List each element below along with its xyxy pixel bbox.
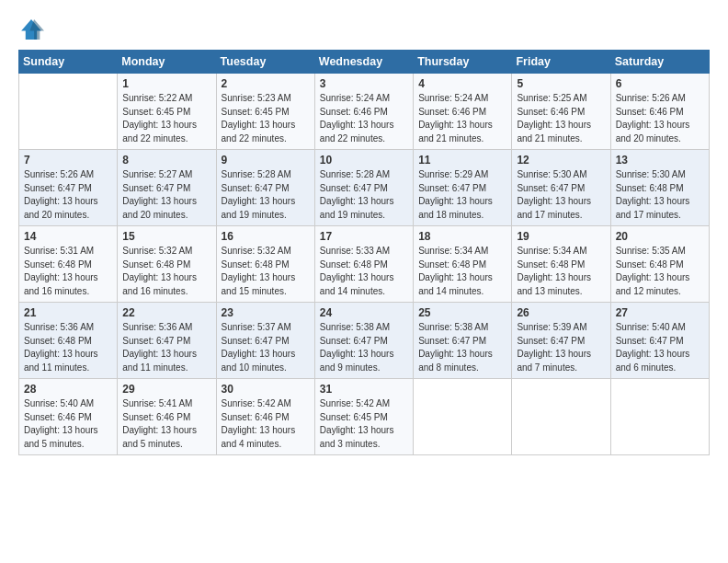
sunrise: Sunrise: 5:35 AM [616, 246, 686, 256]
day-cell: 13 Sunrise: 5:30 AM Sunset: 6:48 PM Dayl… [610, 150, 709, 226]
day-cell: 4 Sunrise: 5:24 AM Sunset: 6:46 PM Dayli… [414, 74, 512, 150]
sunset: Sunset: 6:46 PM [418, 107, 486, 117]
col-header-friday: Friday [512, 51, 610, 74]
sunset: Sunset: 6:47 PM [418, 336, 486, 346]
sunset: Sunset: 6:48 PM [517, 259, 585, 270]
day-number: 23 [222, 306, 311, 319]
cell-content: Sunrise: 5:42 AM Sunset: 6:45 PM Dayligh… [320, 397, 409, 451]
cell-content: Sunrise: 5:23 AM Sunset: 6:45 PM Dayligh… [222, 92, 311, 145]
sunset: Sunset: 6:48 PM [122, 259, 190, 270]
day-cell [512, 379, 610, 455]
week-row-1: 1 Sunrise: 5:22 AM Sunset: 6:45 PM Dayli… [19, 74, 710, 150]
day-cell: 28 Sunrise: 5:40 AM Sunset: 6:46 PM Dayl… [19, 379, 118, 455]
sunrise: Sunrise: 5:42 AM [320, 398, 390, 408]
daylight: Daylight: 13 hours and 22 minutes. [222, 120, 296, 144]
day-number: 7 [24, 154, 113, 167]
day-cell: 10 Sunrise: 5:28 AM Sunset: 6:47 PM Dayl… [314, 150, 413, 226]
sunset: Sunset: 6:45 PM [122, 107, 190, 117]
sunset: Sunset: 6:48 PM [418, 259, 486, 270]
day-number: 17 [320, 230, 409, 243]
daylight: Daylight: 13 hours and 20 minutes. [24, 196, 98, 220]
sunrise: Sunrise: 5:39 AM [517, 322, 586, 332]
daylight: Daylight: 13 hours and 18 minutes. [418, 196, 493, 220]
day-number: 12 [517, 154, 606, 167]
day-number: 25 [418, 306, 507, 319]
daylight: Daylight: 13 hours and 6 minutes. [616, 349, 690, 373]
daylight: Daylight: 13 hours and 16 minutes. [122, 272, 197, 296]
sunset: Sunset: 6:47 PM [517, 183, 585, 193]
cell-content: Sunrise: 5:32 AM Sunset: 6:48 PM Dayligh… [222, 245, 311, 298]
sunset: Sunset: 6:46 PM [24, 412, 92, 422]
sunrise: Sunrise: 5:28 AM [222, 169, 291, 179]
daylight: Daylight: 13 hours and 20 minutes. [616, 120, 690, 144]
cell-content: Sunrise: 5:26 AM Sunset: 6:46 PM Dayligh… [616, 92, 705, 145]
week-row-4: 21 Sunrise: 5:36 AM Sunset: 6:48 PM Dayl… [19, 303, 710, 379]
header [18, 17, 710, 42]
day-cell: 22 Sunrise: 5:36 AM Sunset: 6:47 PM Dayl… [118, 303, 216, 379]
day-cell: 3 Sunrise: 5:24 AM Sunset: 6:46 PM Dayli… [314, 74, 413, 150]
daylight: Daylight: 13 hours and 3 minutes. [320, 425, 394, 449]
daylight: Daylight: 13 hours and 20 minutes. [122, 196, 197, 220]
sunset: Sunset: 6:46 PM [122, 412, 190, 422]
day-cell: 18 Sunrise: 5:34 AM Sunset: 6:48 PM Dayl… [414, 226, 512, 303]
sunrise: Sunrise: 5:33 AM [320, 246, 390, 256]
daylight: Daylight: 13 hours and 19 minutes. [320, 196, 394, 220]
day-number: 30 [222, 383, 311, 396]
cell-content: Sunrise: 5:40 AM Sunset: 6:46 PM Dayligh… [24, 397, 113, 451]
day-number: 19 [517, 230, 606, 243]
sunset: Sunset: 6:48 PM [222, 259, 290, 270]
daylight: Daylight: 13 hours and 9 minutes. [320, 349, 394, 373]
col-header-sunday: Sunday [19, 51, 118, 74]
day-cell: 1 Sunrise: 5:22 AM Sunset: 6:45 PM Dayli… [118, 74, 216, 150]
sunrise: Sunrise: 5:38 AM [418, 322, 488, 332]
day-cell: 21 Sunrise: 5:36 AM Sunset: 6:48 PM Dayl… [19, 303, 118, 379]
daylight: Daylight: 13 hours and 17 minutes. [616, 196, 690, 220]
day-cell: 19 Sunrise: 5:34 AM Sunset: 6:48 PM Dayl… [512, 226, 610, 303]
cell-content: Sunrise: 5:27 AM Sunset: 6:47 PM Dayligh… [122, 168, 211, 222]
cell-content: Sunrise: 5:30 AM Sunset: 6:47 PM Dayligh… [517, 168, 606, 222]
daylight: Daylight: 13 hours and 5 minutes. [122, 425, 197, 449]
sunset: Sunset: 6:48 PM [320, 259, 388, 270]
header-row: SundayMondayTuesdayWednesdayThursdayFrid… [19, 51, 710, 74]
day-number: 1 [122, 77, 211, 90]
page: SundayMondayTuesdayWednesdayThursdayFrid… [0, 0, 728, 563]
sunrise: Sunrise: 5:30 AM [517, 169, 586, 179]
day-cell: 16 Sunrise: 5:32 AM Sunset: 6:48 PM Dayl… [216, 226, 314, 303]
sunrise: Sunrise: 5:31 AM [24, 246, 94, 256]
day-cell: 15 Sunrise: 5:32 AM Sunset: 6:48 PM Dayl… [118, 226, 216, 303]
daylight: Daylight: 13 hours and 13 minutes. [517, 272, 591, 296]
cell-content: Sunrise: 5:28 AM Sunset: 6:47 PM Dayligh… [222, 168, 311, 222]
day-cell: 6 Sunrise: 5:26 AM Sunset: 6:46 PM Dayli… [610, 74, 709, 150]
week-row-2: 7 Sunrise: 5:26 AM Sunset: 6:47 PM Dayli… [19, 150, 710, 226]
sunrise: Sunrise: 5:32 AM [222, 246, 291, 256]
sunset: Sunset: 6:47 PM [24, 183, 92, 193]
day-number: 29 [122, 383, 211, 396]
daylight: Daylight: 13 hours and 21 minutes. [418, 120, 493, 144]
cell-content: Sunrise: 5:41 AM Sunset: 6:46 PM Dayligh… [122, 397, 211, 451]
daylight: Daylight: 13 hours and 11 minutes. [24, 349, 98, 373]
day-cell [19, 74, 118, 150]
day-number: 16 [222, 230, 311, 243]
sunset: Sunset: 6:47 PM [517, 336, 585, 346]
sunrise: Sunrise: 5:26 AM [24, 169, 94, 179]
sunset: Sunset: 6:46 PM [222, 412, 290, 422]
week-row-5: 28 Sunrise: 5:40 AM Sunset: 6:46 PM Dayl… [19, 379, 710, 455]
day-number: 8 [122, 154, 211, 167]
day-cell: 8 Sunrise: 5:27 AM Sunset: 6:47 PM Dayli… [118, 150, 216, 226]
day-number: 14 [24, 230, 113, 243]
sunset: Sunset: 6:45 PM [222, 107, 290, 117]
cell-content: Sunrise: 5:42 AM Sunset: 6:46 PM Dayligh… [222, 397, 311, 451]
day-number: 27 [616, 306, 705, 319]
sunset: Sunset: 6:47 PM [320, 336, 388, 346]
cell-content: Sunrise: 5:24 AM Sunset: 6:46 PM Dayligh… [418, 92, 507, 145]
sunset: Sunset: 6:48 PM [616, 259, 684, 270]
day-cell: 7 Sunrise: 5:26 AM Sunset: 6:47 PM Dayli… [19, 150, 118, 226]
sunrise: Sunrise: 5:29 AM [418, 169, 488, 179]
day-cell: 5 Sunrise: 5:25 AM Sunset: 6:46 PM Dayli… [512, 74, 610, 150]
daylight: Daylight: 13 hours and 17 minutes. [517, 196, 591, 220]
day-cell: 9 Sunrise: 5:28 AM Sunset: 6:47 PM Dayli… [216, 150, 314, 226]
day-number: 11 [418, 154, 507, 167]
sunset: Sunset: 6:48 PM [24, 336, 92, 346]
day-number: 22 [122, 306, 211, 319]
sunset: Sunset: 6:46 PM [320, 107, 388, 117]
